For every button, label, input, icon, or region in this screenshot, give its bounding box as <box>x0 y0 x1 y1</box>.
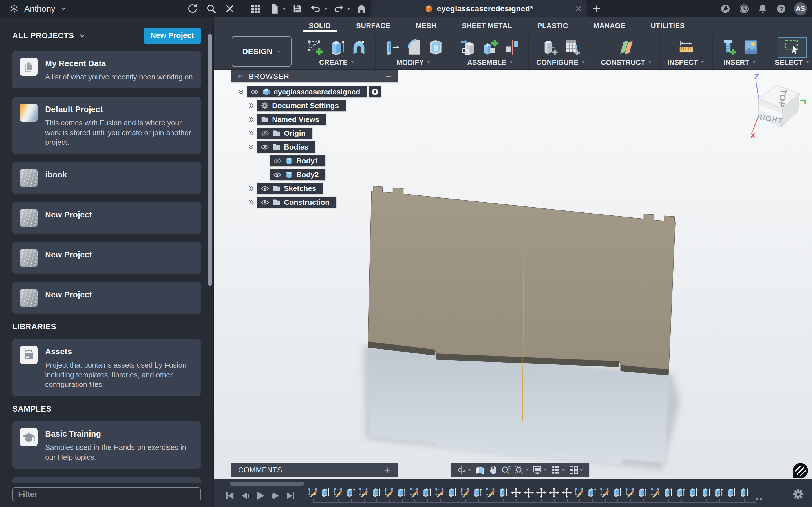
create-menu[interactable]: CREATE <box>319 58 355 66</box>
project-card-assets[interactable]: AssetsProject that contains assets used … <box>12 339 201 396</box>
collapse-left-icon[interactable] <box>236 73 244 80</box>
tab-sheet-metal[interactable]: SHEET METAL <box>449 17 525 34</box>
timeline-settings-gear-icon[interactable] <box>792 488 805 501</box>
tree-node-sketches[interactable]: Sketches <box>257 183 323 194</box>
project-card-default-project[interactable]: Default ProjectThis comes with Fusion an… <box>12 97 201 154</box>
undo-menu-caret-icon[interactable] <box>323 6 328 11</box>
extrude-tool-button[interactable] <box>328 39 346 56</box>
timeline-feature-extrude[interactable] <box>320 487 331 498</box>
project-card-basic-training[interactable]: Basic TrainingSamples used in the Hands-… <box>12 421 201 469</box>
viewports-button[interactable] <box>569 465 583 475</box>
tab-mesh[interactable]: MESH <box>403 17 449 34</box>
tab-solid[interactable]: SOLID <box>296 17 343 34</box>
comments-bar[interactable]: COMMENTS <box>232 463 398 476</box>
inspect-menu[interactable]: INSPECT <box>667 58 705 66</box>
chevron-double-right-icon[interactable] <box>246 115 256 124</box>
redo-menu-caret-icon[interactable] <box>346 6 351 11</box>
timeline-feature-sketch[interactable] <box>485 487 496 498</box>
panel-scrollbar[interactable] <box>208 34 212 286</box>
construction-plane-tool-button[interactable] <box>618 39 635 56</box>
configure-menu[interactable]: CONFIGURE <box>536 58 586 66</box>
timeline-feature-sketch[interactable] <box>460 487 471 498</box>
projects-filter-label[interactable]: ALL PROJECTS <box>12 31 74 40</box>
construct-menu[interactable]: CONSTRUCT <box>601 58 652 66</box>
create-sketch-tool-button[interactable] <box>306 39 324 56</box>
job-status-clock-icon[interactable] <box>739 3 750 14</box>
browser-header[interactable]: BROWSER <box>231 70 398 82</box>
new-project-button[interactable]: New Project <box>144 27 201 44</box>
eye-slash-icon[interactable] <box>273 157 282 165</box>
chevron-double-right-icon[interactable] <box>246 129 256 137</box>
project-card-cam-samples[interactable]: CAM Samples <box>12 477 201 483</box>
configure-tool-button[interactable] <box>541 39 559 56</box>
timeline-feature-extrude[interactable] <box>612 487 623 498</box>
new-tab-icon[interactable] <box>592 4 601 13</box>
workspace-switcher-design[interactable]: DESIGN <box>232 36 292 67</box>
select-tool-button[interactable] <box>777 37 807 58</box>
assistant-badge[interactable] <box>793 463 808 478</box>
eye-icon[interactable] <box>260 198 269 207</box>
timeline-feature-extrude[interactable] <box>587 487 598 498</box>
timeline-feature-extrude[interactable] <box>472 487 484 498</box>
eye-icon[interactable] <box>260 184 269 193</box>
tree-node-body1[interactable]: Body1 <box>270 155 325 166</box>
timeline-feature-move[interactable] <box>536 487 547 498</box>
project-card-new-project[interactable]: New Project <box>12 242 201 274</box>
measure-tool-button[interactable] <box>677 39 695 56</box>
insert-derive-tool-button[interactable] <box>460 39 477 56</box>
insert-fastener-tool-button[interactable] <box>720 39 738 56</box>
save-icon[interactable] <box>292 3 303 14</box>
tab-surface[interactable]: SURFACE <box>343 17 403 34</box>
select-menu[interactable]: SELECT <box>775 58 810 66</box>
timeline-feature-move[interactable] <box>548 487 560 498</box>
timeline-feature-sketch[interactable] <box>384 487 395 498</box>
timeline-feature-move[interactable] <box>523 487 534 498</box>
add-comment-icon[interactable] <box>383 466 391 474</box>
timeline-feature-sketch[interactable] <box>307 487 319 498</box>
look-at-button[interactable] <box>475 465 485 475</box>
tree-node-document-settings[interactable]: Document Settings <box>257 100 346 111</box>
model-body-top-face[interactable] <box>368 186 675 370</box>
timeline-feature-sketch[interactable] <box>574 487 585 498</box>
timeline-feature-extrude[interactable] <box>396 487 407 498</box>
tree-node-construction[interactable]: Construction <box>257 196 336 208</box>
timeline-feature-extrude[interactable] <box>701 487 712 498</box>
timeline-scrollbar[interactable] <box>230 482 304 486</box>
insert-menu[interactable]: INSERT <box>723 58 756 66</box>
step-back-icon[interactable] <box>239 490 251 502</box>
timeline-feature-extrude[interactable] <box>637 487 649 498</box>
timeline-feature-extrude[interactable] <box>498 487 509 498</box>
eye-icon[interactable] <box>273 170 282 179</box>
timeline-feature-extrude[interactable] <box>688 487 699 498</box>
zoom-button[interactable] <box>501 465 511 475</box>
avatar[interactable]: AS <box>794 2 807 15</box>
eye-slash-icon[interactable] <box>260 129 269 138</box>
project-card-new-project[interactable]: New Project <box>12 202 201 234</box>
redo-icon[interactable] <box>333 3 344 14</box>
tab-close-icon[interactable] <box>575 5 582 12</box>
timeline-feature-move[interactable] <box>510 487 522 498</box>
chevron-double-right-icon[interactable] <box>246 184 256 193</box>
pan-button[interactable] <box>488 465 498 475</box>
tree-node-origin[interactable]: Origin <box>257 128 312 139</box>
tab-plastic[interactable]: PLASTIC <box>525 17 581 34</box>
chevron-double-right-icon[interactable] <box>246 198 256 207</box>
timeline-feature-sketch[interactable] <box>358 487 369 498</box>
home-icon[interactable] <box>356 3 367 14</box>
help-icon[interactable]: ? <box>776 3 787 14</box>
tab-manage[interactable]: MANAGE <box>581 17 638 34</box>
project-card-ibook[interactable]: ibook <box>12 162 201 194</box>
skip-to-end-icon[interactable] <box>285 490 297 502</box>
project-card-my-recent-data[interactable]: My Recent DataA list of what you've rece… <box>12 51 201 89</box>
team-hub-selector[interactable]: Anthony <box>5 4 68 13</box>
filter-input[interactable] <box>12 487 201 501</box>
press-pull-tool-button[interactable] <box>383 39 400 56</box>
app-grid-icon[interactable] <box>250 3 261 14</box>
tree-node-eyeglasscaseredesigned[interactable]: eyeglasscaseredesigned <box>247 86 367 98</box>
project-card-new-project[interactable]: New Project <box>12 282 201 314</box>
grid-display-button[interactable] <box>551 465 566 475</box>
activate-component-radio[interactable] <box>369 86 381 98</box>
close-panel-icon[interactable] <box>224 3 236 14</box>
orbit-button[interactable] <box>457 465 472 475</box>
file-menu-caret-icon[interactable] <box>282 6 287 11</box>
